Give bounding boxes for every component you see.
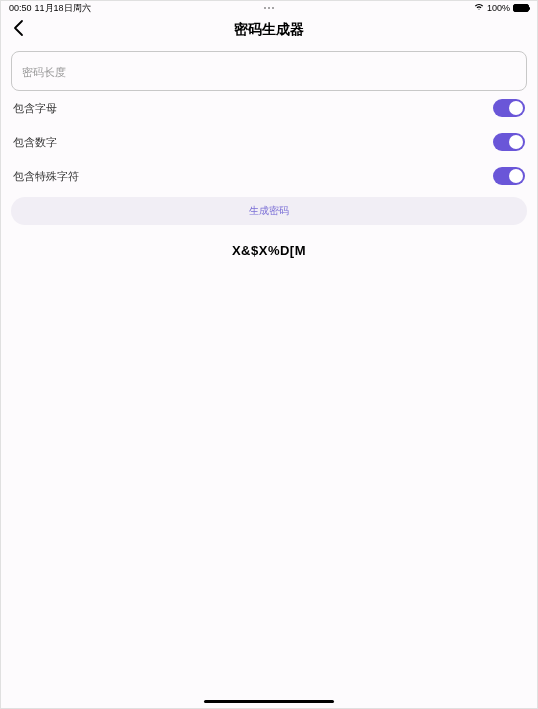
battery-percent: 100% [487,3,510,13]
option-numbers-label: 包含数字 [13,135,57,150]
status-left: 00:50 11月18日周六 [9,2,91,15]
status-bar: 00:50 11月18日周六 100% [1,1,537,15]
page-title: 密码生成器 [234,21,304,39]
status-time: 00:50 [9,3,32,13]
generate-button-label: 生成密码 [249,205,289,216]
password-length-container [11,51,527,91]
option-special-toggle[interactable] [493,167,525,185]
status-date: 11月18日周六 [35,2,91,15]
home-indicator[interactable] [204,700,334,703]
back-button[interactable] [13,19,24,42]
option-numbers-row: 包含数字 [11,125,527,159]
wifi-icon [474,3,484,13]
header: 密码生成器 [1,15,537,45]
option-letters-row: 包含字母 [11,91,527,125]
content: 包含字母 包含数字 包含特殊字符 生成密码 X&$X%D[M [1,51,537,258]
option-letters-label: 包含字母 [13,101,57,116]
status-right: 100% [474,3,529,13]
password-output: X&$X%D[M [11,243,527,258]
generate-button[interactable]: 生成密码 [11,197,527,225]
password-length-input[interactable] [22,66,516,78]
battery-icon [513,4,529,12]
option-letters-toggle[interactable] [493,99,525,117]
option-special-label: 包含特殊字符 [13,169,79,184]
option-numbers-toggle[interactable] [493,133,525,151]
option-special-row: 包含特殊字符 [11,159,527,193]
status-dots [264,7,274,9]
